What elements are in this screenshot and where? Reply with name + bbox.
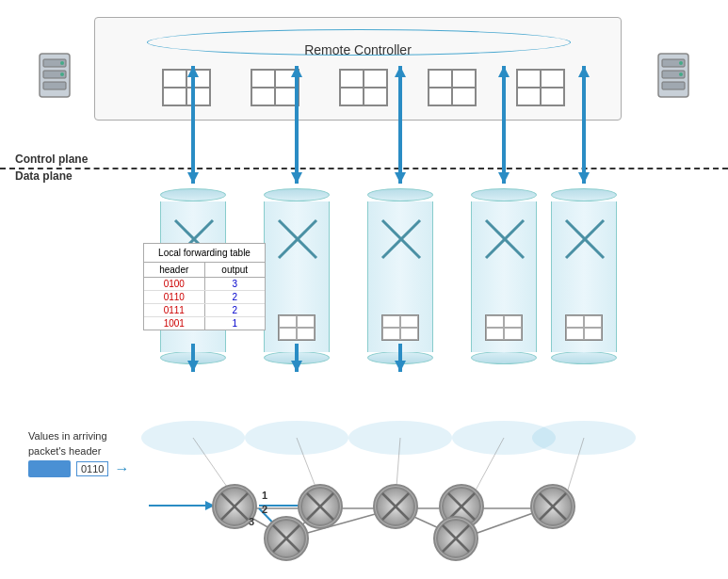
control-plane-label: Control plane — [15, 153, 88, 166]
route-number-2: 2 — [262, 504, 267, 515]
svg-marker-13 — [187, 172, 199, 184]
svg-marker-25 — [395, 172, 406, 184]
network-node-6 — [433, 516, 478, 561]
ft-header-row: header output — [144, 263, 265, 278]
cyl-body-5 — [551, 201, 617, 352]
ft-cell-header-1: 0100 — [144, 278, 205, 290]
cyl-bottom-1 — [160, 351, 226, 364]
rc-cell — [251, 70, 275, 88]
ft-row-4: 1001 1 — [144, 317, 265, 330]
ft-row-2: 0110 2 — [144, 291, 265, 304]
rc-table-5 — [516, 69, 565, 106]
ft-cell-header-2: 0110 — [144, 291, 205, 303]
packet-value: 0110 — [76, 461, 108, 476]
cyl-body-4 — [471, 201, 537, 352]
rc-cell — [541, 88, 564, 105]
svg-point-40 — [348, 421, 452, 455]
ft-cell-output-3: 2 — [205, 304, 266, 316]
data-plane-label: Data plane — [15, 169, 73, 183]
rc-cell — [251, 88, 275, 105]
svg-marker-19 — [291, 172, 302, 184]
forwarding-table: Local forwarding table header output 010… — [143, 243, 266, 330]
rc-cell — [275, 70, 299, 88]
ft-cell-output-2: 2 — [205, 291, 266, 303]
svg-point-5 — [60, 72, 64, 76]
packet-right-arrow: → — [114, 460, 129, 477]
cylinder-4 — [471, 188, 537, 364]
router-x-icon-3 — [368, 211, 434, 267]
cyl3-table — [381, 314, 419, 341]
ft-row-1: 0100 3 — [144, 278, 265, 291]
cyl-body-2 — [264, 201, 330, 352]
ft-header-output: output — [205, 263, 266, 277]
diagram-container: Remote Controller — [0, 0, 728, 579]
rc-cell — [340, 88, 364, 105]
svg-point-11 — [679, 72, 683, 76]
network-node-4 — [373, 484, 418, 529]
route-number-3: 3 — [249, 516, 254, 527]
router-x-icon-4 — [472, 211, 538, 267]
remote-controller-box: Remote Controller — [94, 17, 622, 121]
rc-table-1 — [162, 69, 211, 106]
rc-cell — [163, 88, 186, 105]
ft-header-header: header — [144, 263, 205, 277]
cyl-bottom-3 — [367, 351, 433, 364]
cyl-top-4 — [471, 188, 537, 201]
cyl-bottom-5 — [551, 351, 617, 364]
cyl-top-3 — [367, 188, 433, 201]
ft-cell-output-4: 1 — [205, 317, 266, 330]
cyl-top-2 — [264, 188, 330, 201]
rc-cell — [163, 70, 186, 88]
ft-cell-header-3: 0111 — [144, 304, 205, 316]
cyl5-table — [565, 314, 603, 341]
rc-cell — [429, 70, 452, 88]
rc-cell — [275, 88, 299, 105]
rc-cell — [429, 88, 452, 105]
server-right — [656, 52, 690, 102]
plane-divider — [0, 168, 728, 169]
packet-bar — [28, 460, 71, 477]
rc-cell — [452, 70, 476, 88]
cylinder-3 — [367, 188, 433, 364]
svg-point-10 — [679, 61, 683, 65]
ft-title: Local forwarding table — [144, 244, 265, 263]
route-number-1: 1 — [262, 490, 267, 501]
svg-marker-31 — [498, 172, 510, 184]
cyl4-table — [485, 314, 523, 341]
rc-cell — [364, 70, 387, 88]
rc-table-2 — [251, 69, 299, 106]
cylinder-5 — [551, 188, 617, 364]
ft-row-3: 0111 2 — [144, 304, 265, 317]
svg-point-41 — [452, 421, 556, 455]
cylinder-2 — [264, 188, 330, 364]
rc-table-3 — [339, 69, 388, 106]
rc-cell — [452, 88, 476, 105]
packet-container: 0110 → — [28, 460, 129, 477]
cyl-bottom-2 — [264, 351, 330, 364]
rc-tables — [142, 69, 585, 106]
rc-cell — [541, 70, 564, 88]
svg-marker-35 — [578, 172, 590, 184]
cyl-top-5 — [551, 188, 617, 201]
svg-point-4 — [60, 61, 64, 65]
rc-cell — [186, 88, 210, 105]
cyl-top-1 — [160, 188, 226, 201]
svg-point-38 — [141, 421, 245, 455]
router-x-icon-2 — [265, 211, 331, 267]
rc-cell — [186, 70, 210, 88]
rc-cell — [517, 88, 541, 105]
server-left — [38, 52, 72, 102]
rc-cell — [517, 70, 541, 88]
svg-point-42 — [532, 421, 636, 455]
network-node-7 — [530, 484, 575, 529]
cyl-bottom-4 — [471, 351, 537, 364]
svg-rect-3 — [43, 82, 66, 89]
svg-rect-9 — [662, 82, 685, 89]
svg-point-39 — [245, 421, 348, 455]
rc-table-4 — [428, 69, 477, 106]
cyl2-table — [278, 314, 315, 341]
router-x-icon-5 — [552, 211, 618, 267]
network-node-3 — [264, 516, 309, 561]
cyl-body-3 — [367, 201, 433, 352]
ft-cell-output-1: 3 — [205, 278, 266, 290]
